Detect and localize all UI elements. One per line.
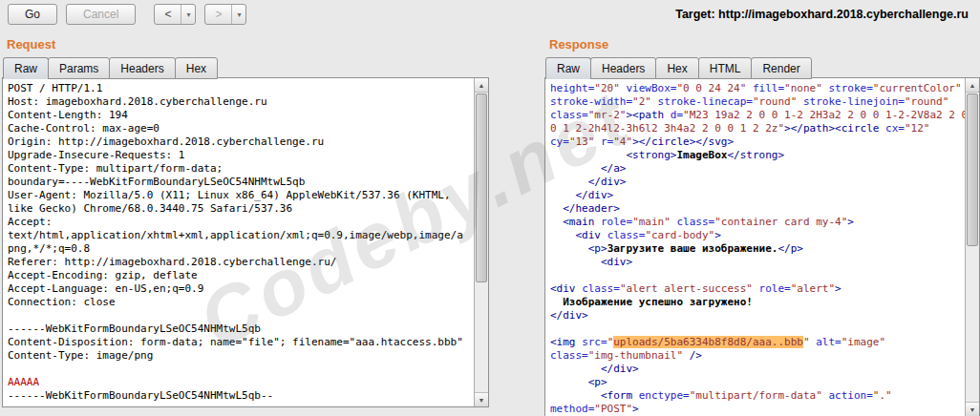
response-tab-render[interactable]: Render: [751, 57, 811, 79]
request-panel-title: Request: [7, 37, 491, 52]
repeater-panels: Request RawParamsHeadersHex POST / HTTP/…: [0, 29, 980, 416]
request-tab-raw[interactable]: Raw: [3, 57, 49, 79]
response-code-line: method="POST">: [550, 403, 960, 416]
request-tab-hex[interactable]: Hex: [175, 57, 218, 79]
response-code-line: </a>: [550, 162, 960, 176]
history-back-button[interactable]: < ▾: [154, 4, 196, 25]
request-scrollbar-thumb[interactable]: [476, 94, 487, 282]
response-code-line: [550, 322, 960, 336]
response-code-line: <strong>ImageBox</strong>: [550, 149, 960, 162]
response-tab-raw[interactable]: Raw: [545, 57, 591, 79]
request-tab-headers[interactable]: Headers: [109, 57, 175, 79]
request-body-payload: AAAAA: [8, 376, 39, 388]
splitter-divider[interactable]: [491, 29, 543, 416]
response-code-line: </div>: [550, 363, 960, 376]
go-button[interactable]: Go: [8, 4, 57, 25]
history-forward-button[interactable]: > ▾: [204, 4, 246, 25]
scroll-down-icon[interactable]: ▼: [966, 402, 979, 416]
request-headers-text: POST / HTTP/1.1 Host: imageboxhard.2018.…: [8, 82, 463, 362]
response-viewer[interactable]: height="20" viewBox="0 0 24 24" fill="no…: [545, 78, 965, 416]
back-label: <: [155, 5, 181, 24]
repeater-toolbar: Go Cancel < ▾ > ▾ Target: http://imagebo…: [0, 0, 980, 29]
response-code-line: stroke-width="2" stroke-linecap="round" …: [550, 95, 960, 109]
response-code-line: cy="13" r="4"></circle></svg>: [550, 135, 960, 149]
request-editor[interactable]: POST / HTTP/1.1 Host: imageboxhard.2018.…: [3, 78, 474, 406]
response-code-line: <img src="uploads/5ba6334b8f8d8/aaa..bbb…: [550, 336, 960, 349]
scroll-up-icon[interactable]: ▲: [966, 78, 979, 93]
request-panel: Request RawParamsHeadersHex POST / HTTP/…: [0, 29, 491, 416]
response-tabs: RawHeadersHexHTMLRender: [545, 57, 980, 79]
response-panel: Response RawHeadersHexHTMLRender height=…: [543, 29, 980, 416]
response-panel-title: Response: [549, 37, 980, 52]
response-code-line: <p>: [550, 376, 960, 389]
response-code-line: [550, 269, 960, 282]
request-content-area: POST / HTTP/1.1 Host: imageboxhard.2018.…: [2, 77, 489, 407]
target-label: Target: http://imageboxhard.2018.cyberch…: [675, 8, 969, 21]
response-tab-html[interactable]: HTML: [698, 57, 753, 79]
forward-label: >: [205, 5, 231, 24]
request-tab-params[interactable]: Params: [48, 57, 110, 79]
response-code-line: </div>: [550, 309, 960, 322]
response-code-line: class="mr-2"><path d="M23 19a2 2 0 0 1-2…: [550, 109, 960, 122]
response-content-area: height="20" viewBox="0 0 24 24" fill="no…: [544, 77, 980, 416]
chevron-down-icon[interactable]: ▾: [231, 5, 245, 24]
response-tab-hex[interactable]: Hex: [655, 57, 698, 79]
response-code-line: 0 1 2-2h4l2-3h6l2 3h4a2 2 0 0 1 2 2z"></…: [550, 122, 960, 135]
response-code-line: </div>: [550, 176, 960, 189]
response-code-line: </div>: [550, 189, 960, 202]
response-code-line: <div>: [550, 256, 960, 269]
response-code-line: Изображение успешно загружено!: [550, 296, 960, 309]
response-tab-headers[interactable]: Headers: [590, 57, 656, 79]
cancel-button[interactable]: Cancel: [66, 4, 136, 25]
response-code-line: </header>: [550, 202, 960, 216]
response-code-line: <main role="main" class="container card …: [550, 216, 960, 229]
response-code-line: height="20" viewBox="0 0 24 24" fill="no…: [550, 82, 960, 95]
response-code-line: <form enctype="multipart/form-data" acti…: [550, 389, 960, 403]
response-code-line: <div class="alert alert-success" role="a…: [550, 282, 960, 296]
request-tabs: RawParamsHeadersHex: [3, 57, 491, 79]
scroll-up-icon[interactable]: ▲: [475, 78, 488, 93]
chevron-down-icon[interactable]: ▾: [181, 5, 195, 24]
request-scrollbar[interactable]: ▲ ▼: [474, 78, 488, 406]
response-code-line: <div class="card-body">: [550, 229, 960, 242]
response-scrollbar[interactable]: ▲ ▼: [965, 78, 979, 416]
scroll-down-icon[interactable]: ▼: [475, 392, 488, 406]
response-code-line: class="img-thumbnail" />: [550, 349, 960, 363]
response-code-line: <p>Загрузите ваше изображение.</p>: [550, 242, 960, 256]
request-closing-boundary: ------WebKitFormBoundaryLSeOC54NHMtwL5qb…: [8, 389, 273, 402]
response-scrollbar-thumb[interactable]: [967, 94, 978, 246]
